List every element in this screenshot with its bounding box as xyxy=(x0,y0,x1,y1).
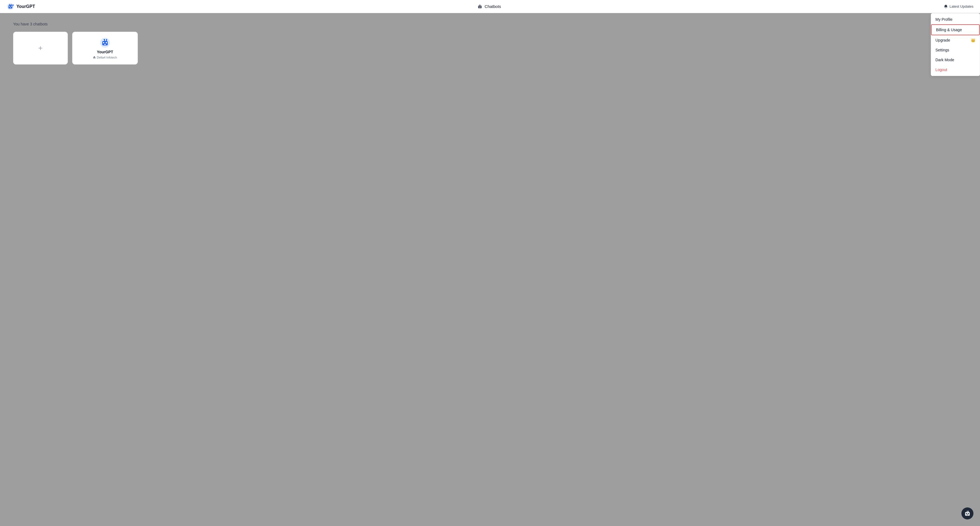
yourgpt-logo-icon xyxy=(6,3,14,10)
dark-mode-label: Dark Mode xyxy=(935,58,954,62)
upgrade-item[interactable]: Upgrade 👑 xyxy=(931,35,980,45)
latest-updates-label: Latest Updates xyxy=(950,5,974,8)
chatbots-nav-icon xyxy=(477,4,482,9)
billing-usage-label: Billing & Usage xyxy=(936,28,962,32)
svg-point-7 xyxy=(9,4,10,5)
svg-point-3 xyxy=(11,6,12,7)
settings-item[interactable]: Settings xyxy=(931,45,980,55)
billing-usage-item[interactable]: Billing & Usage xyxy=(931,24,980,35)
bell-icon xyxy=(943,5,948,9)
svg-point-8 xyxy=(11,4,12,5)
svg-point-13 xyxy=(480,6,481,7)
svg-rect-1 xyxy=(8,5,12,8)
svg-point-16 xyxy=(480,5,480,5)
crown-icon: 👑 xyxy=(971,38,975,42)
logout-item[interactable]: Logout xyxy=(931,65,980,75)
navbar-center: Chatbots xyxy=(477,4,501,9)
svg-point-17 xyxy=(945,8,946,8)
brand-name: YourGPT xyxy=(16,4,35,9)
logout-label: Logout xyxy=(935,68,947,72)
my-profile-label: My Profile xyxy=(935,17,952,22)
navbar-right: Latest Updates xyxy=(943,5,974,9)
dropdown-overlay[interactable] xyxy=(0,0,980,526)
dark-mode-item[interactable]: Dark Mode xyxy=(931,55,980,65)
svg-rect-14 xyxy=(480,7,481,8)
chatbots-nav-label: Chatbots xyxy=(485,4,501,9)
navbar: YourGPT Chatbots Latest Updates xyxy=(0,0,980,13)
svg-rect-4 xyxy=(10,7,11,8)
svg-point-10 xyxy=(13,5,14,6)
settings-label: Settings xyxy=(935,48,950,52)
latest-updates-button[interactable]: Latest Updates xyxy=(943,5,974,9)
navbar-left: YourGPT xyxy=(6,3,35,10)
upgrade-label: Upgrade xyxy=(935,38,950,42)
my-profile-item[interactable]: My Profile xyxy=(931,14,980,24)
svg-point-2 xyxy=(9,6,10,7)
svg-point-12 xyxy=(479,6,480,7)
dropdown-menu: My Profile Billing & Usage Upgrade 👑 Set… xyxy=(931,13,980,76)
